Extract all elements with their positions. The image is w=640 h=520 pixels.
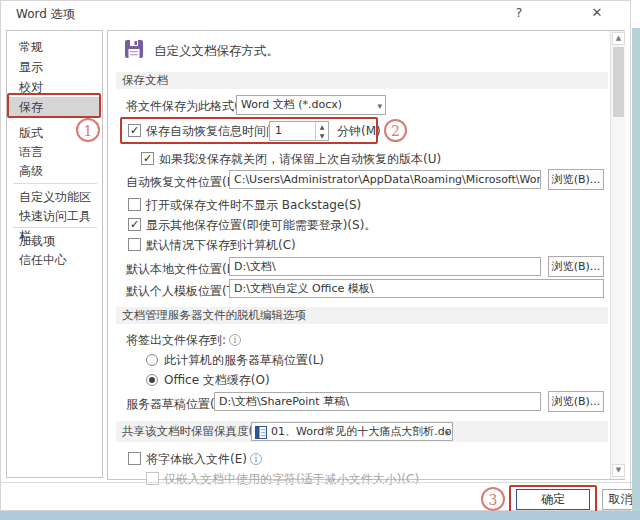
autorecover-path-input[interactable]: C:\Users\Administrator\AppData\Roaming\M… [229,170,541,189]
scroll-down-icon[interactable]: ▼ [612,464,625,477]
sidebar-item-trust-center[interactable]: 信任中心 [9,250,101,270]
word-doc-icon [255,426,267,439]
scroll-up-icon[interactable]: ▲ [612,32,625,45]
keep-last-autosave-checkbox[interactable]: ✓ [141,152,154,165]
section-header-save-documents: 保存文档 [116,72,608,89]
sidebar-item-advanced[interactable]: 高级 [9,161,101,181]
keep-last-autosave-label: 如果我没保存就关闭，请保留上次自动恢复的版本(U) [159,151,441,168]
sidebar-item-customize-ribbon[interactable]: 自定义功能区 [9,187,101,207]
footer-divider [0,482,640,483]
dialog-title: Word 选项 [16,6,75,23]
autorecover-minutes-value: 1 [275,124,282,137]
check-icon: ✓ [130,218,139,231]
sidebar-item-quick-access[interactable]: 快速访问工具栏 [9,206,101,226]
no-backstage-label: 打开或保存文件时不显示 Backstage(S) [146,197,361,214]
word-options-dialog: Word 选项 ? ✕ 常规 显示 校对 保存 版式 语言 高级 自定义功能区 … [0,0,640,520]
server-drafts-label: 此计算机的服务器草稿位置(L) [164,352,324,369]
save-to-computer-checkbox[interactable] [128,238,141,251]
chevron-down-icon: ▾ [444,425,449,441]
server-drafts-browse-button[interactable]: 浏览(B)... [548,391,604,412]
office-cache-radio[interactable] [146,374,158,386]
help-icon[interactable]: ? [506,5,532,20]
autorecover-path-label: 自动恢复文件位置(R): [126,174,244,191]
checkout-save-text: 将签出文件保存到: [126,333,226,347]
options-sidebar: 常规 显示 校对 保存 版式 语言 高级 自定义功能区 快速访问工具栏 加载项 … [6,30,103,478]
embed-fonts-label: 将字体嵌入文件(E)i [146,451,262,468]
sidebar-item-save[interactable]: 保存 [9,97,101,117]
annotation-circle-1: 1 [76,118,100,142]
checkout-save-label: 将签出文件保存到:i [126,332,241,349]
fidelity-title: 共享该文档时保留保真度(D): [122,424,270,438]
sidebar-separator [13,227,97,228]
local-path-browse-button[interactable]: 浏览(B)... [548,256,604,277]
scrollbar-thumb[interactable] [613,47,624,117]
fidelity-document-dropdown[interactable]: 01、Word常见的十大痛点大剖析.docx ▾ [251,422,453,441]
annotation-circle-3: 3 [481,487,505,511]
template-path-label: 默认个人模板位置(T): [126,283,243,300]
server-drafts-path-input[interactable]: D:\文档\SharePoint 草稿\ [214,392,541,411]
embed-used-chars-label: 仅嵌入文档中使用的字符(适于减小文件大小)(C) [164,471,419,488]
background-strip-right [632,28,640,511]
chevron-down-icon: ▾ [377,98,382,114]
server-drafts-radio[interactable] [146,354,158,366]
autorecover-browse-button[interactable]: 浏览(B)... [548,169,604,190]
annotation-circle-2: 2 [384,119,407,142]
sidebar-item-display[interactable]: 显示 [9,57,101,77]
vertical-scrollbar[interactable]: ▲ ▼ [610,31,625,479]
info-icon: i [229,334,241,346]
no-backstage-checkbox[interactable] [128,198,141,211]
spin-up-icon[interactable]: ▲ [320,123,325,130]
show-save-places-checkbox[interactable]: ✓ [128,218,141,231]
stepper-arrows[interactable]: ▲▼ [315,122,328,140]
format-dropdown-value: Word 文档 (*.docx) [241,98,342,111]
close-icon[interactable]: ✕ [584,5,610,20]
save-options-panel: 自定义文档保存方式。 保存文档 将文件保存为此格式(F): Word 文档 (*… [107,30,625,480]
sidebar-separator [13,183,97,184]
template-path-input[interactable]: D:\文档\自定义 Office 模板\ [229,279,604,298]
format-dropdown[interactable]: Word 文档 (*.docx) ▾ [236,95,386,115]
section-header-offline-editing: 文档管理服务器文件的脱机编辑选项 [116,307,608,324]
sidebar-item-addins[interactable]: 加载项 [9,231,101,251]
sidebar-item-general[interactable]: 常规 [9,37,101,57]
check-icon: ✓ [143,152,152,165]
embed-fonts-text: 将字体嵌入文件(E) [146,452,247,466]
autorecover-minutes-stepper[interactable]: 1 ▲▼ [269,121,329,141]
spin-down-icon[interactable]: ▼ [320,132,325,139]
local-path-input[interactable]: D:\文档\ [229,257,541,276]
local-path-label: 默认本地文件位置(I): [126,261,239,278]
show-save-places-label: 显示其他保存位置(即使可能需要登录)(S)。 [146,217,376,234]
minutes-label: 分钟(M) [337,123,381,140]
sidebar-item-proofing[interactable]: 校对 [9,77,101,97]
embed-used-chars-checkbox [146,472,159,485]
page-title: 自定义文档保存方式。 [154,43,279,60]
autorecover-checkbox[interactable]: ✓ [128,124,141,137]
fidelity-document-value: 01、Word常见的十大痛点大剖析.docx [271,425,453,438]
check-icon: ✓ [130,124,139,137]
background-strip-bottom [0,511,640,520]
save-floppy-icon [124,39,144,59]
embed-fonts-checkbox[interactable] [128,452,141,465]
save-to-computer-label: 默认情况下保存到计算机(C) [146,237,296,254]
office-cache-label: Office 文档缓存(O) [164,372,270,389]
ok-button[interactable]: 确定 [516,489,590,510]
info-icon: i [250,453,262,465]
sidebar-item-language[interactable]: 语言 [9,142,101,162]
